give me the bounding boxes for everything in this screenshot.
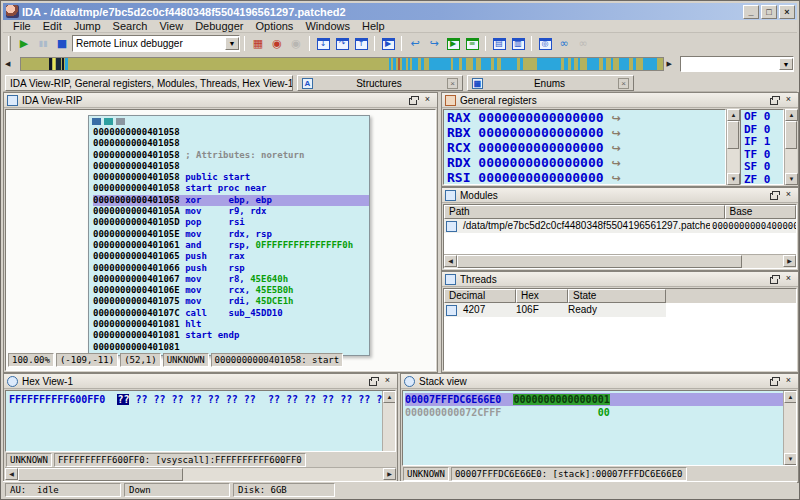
- process-exit-icon[interactable]: ≡: [463, 35, 481, 52]
- stack-vscrollbar[interactable]: ▲ ▼: [783, 391, 796, 465]
- disassembly-line[interactable]: 000000000040107C call sub_45DD10: [93, 308, 369, 319]
- scroll-down-icon[interactable]: ▼: [785, 173, 798, 185]
- menu-view[interactable]: View: [153, 20, 189, 32]
- disassembly-line[interactable]: 0000000000401066 push rsp: [93, 263, 369, 274]
- disassembly-line[interactable]: 000000000040105E mov rdx, rsp: [93, 229, 369, 240]
- disassembly-line[interactable]: 0000000000401081: [93, 342, 369, 353]
- modules-float-button[interactable]: [767, 189, 780, 201]
- threads-close-button[interactable]: ×: [782, 273, 795, 285]
- flag-row[interactable]: ZF 0: [744, 174, 783, 186]
- disassembly-line[interactable]: 0000000000401075 mov rdi, 45DCE1h: [93, 296, 369, 307]
- stack-view-titlebar[interactable]: Stack view ×: [401, 374, 798, 389]
- step-into-icon[interactable]: ↓: [314, 35, 332, 52]
- add-watch-icon[interactable]: ∞: [555, 35, 573, 52]
- threads-titlebar[interactable]: Threads ×: [442, 272, 798, 287]
- disassembly-line[interactable]: 0000000000401058: [93, 138, 369, 149]
- navigation-band[interactable]: [20, 57, 664, 71]
- tab-enums[interactable]: ▦Enums×: [467, 75, 634, 91]
- registers-titlebar[interactable]: General registers ×: [442, 93, 798, 108]
- maximize-button[interactable]: □: [761, 5, 777, 19]
- threads-column-decimal[interactable]: Decimal: [444, 289, 516, 303]
- attach-process-icon[interactable]: ▶: [444, 35, 462, 52]
- ida-view-titlebar[interactable]: IDA View-RIP ×: [4, 93, 437, 108]
- scroll-left-icon[interactable]: ◀: [5, 468, 18, 480]
- scroll-thumb[interactable]: [727, 121, 739, 149]
- mini-icon-1[interactable]: [92, 118, 101, 125]
- stop-process-icon[interactable]: ■: [53, 35, 71, 52]
- continue-process-icon[interactable]: ▶: [15, 35, 33, 52]
- register-row[interactable]: RDX 0000000000000000 ↪: [447, 156, 725, 171]
- disassembly-line[interactable]: 0000000000401067 mov r8, 45E640h: [93, 274, 369, 285]
- scroll-up-icon[interactable]: ▲: [727, 109, 740, 121]
- disassembly-line[interactable]: 0000000000401058 xor ebp, ebp: [93, 195, 369, 206]
- scroll-up-icon[interactable]: ▲: [383, 391, 396, 403]
- disassembly-line[interactable]: 000000000040106E mov rcx, 45E5B0h: [93, 285, 369, 296]
- flag-row[interactable]: IF 1: [744, 136, 783, 149]
- breakpoint-list-icon[interactable]: ▤: [490, 35, 508, 52]
- scroll-right-icon[interactable]: ▶: [783, 255, 796, 267]
- mini-icon-3[interactable]: [116, 118, 125, 125]
- modules-hscrollbar[interactable]: ◀ ▶: [444, 254, 796, 268]
- toolbar-grip[interactable]: [8, 36, 11, 51]
- stack-view-float-button[interactable]: [767, 375, 780, 387]
- step-over-icon[interactable]: ↷: [333, 35, 351, 52]
- menu-edit[interactable]: Edit: [37, 20, 68, 32]
- registers-float-button[interactable]: [767, 94, 780, 106]
- register-row[interactable]: RCX 0000000000000000 ↪: [447, 141, 725, 156]
- modules-column-path[interactable]: Path: [444, 205, 725, 219]
- run-to-cursor-icon[interactable]: ▶: [379, 35, 397, 52]
- stack-row[interactable]: 00007FFFDC6E66E0 0000000000000001: [405, 393, 783, 406]
- register-row[interactable]: RBX 0000000000000000 ↪: [447, 126, 725, 141]
- menu-search[interactable]: Search: [107, 20, 154, 32]
- ida-view-float-button[interactable]: [406, 94, 419, 106]
- threads-float-button[interactable]: [767, 273, 780, 285]
- disassembly-line[interactable]: 0000000000401058 ; Attributes: noreturn: [93, 150, 369, 161]
- register-row[interactable]: RAX 0000000000000000 ↪: [447, 111, 725, 126]
- registers-scrollbar[interactable]: ▲ ▼: [726, 109, 739, 185]
- disassembly-line[interactable]: 0000000000401061 and rsp, 0FFFFFFFFFFFFF…: [93, 240, 369, 251]
- disassembly-line[interactable]: 0000000000401058: [93, 127, 369, 138]
- name-combobox[interactable]: ▼: [680, 56, 794, 72]
- ida-view-close-button[interactable]: ×: [421, 94, 434, 106]
- close-button[interactable]: ×: [779, 5, 795, 19]
- hex-view-titlebar[interactable]: Hex View-1 ×: [4, 374, 397, 389]
- flag-row[interactable]: SF 0: [744, 161, 783, 174]
- scroll-thumb[interactable]: [457, 255, 742, 268]
- disassembly-line[interactable]: 0000000000401065 push rax: [93, 251, 369, 262]
- module-list-icon[interactable]: ▥: [509, 35, 527, 52]
- registers-close-button[interactable]: ×: [782, 94, 795, 106]
- hex-line[interactable]: FFFFFFFFFF600FF0 ?? ?? ?? ?? ?? ?? ?? ??…: [9, 393, 382, 406]
- add-breakpoint-icon[interactable]: ◉: [268, 35, 286, 52]
- tab-desktop[interactable]: IDA View-RIP, General registers, Modules…: [5, 75, 293, 91]
- menu-windows[interactable]: Windows: [299, 20, 356, 32]
- mini-icon-2[interactable]: [104, 118, 113, 125]
- menu-file[interactable]: File: [7, 20, 37, 32]
- module-row[interactable]: /data/tmp/e7bc5d2c0cf4480348f55041965612…: [444, 219, 796, 233]
- step-backward-icon[interactable]: ↩: [406, 35, 424, 52]
- menu-help[interactable]: Help: [356, 20, 391, 32]
- flag-row[interactable]: OF 0: [744, 111, 783, 124]
- register-row[interactable]: RSI 0000000000000000 ↪: [447, 171, 725, 185]
- disassembly-line[interactable]: 0000000000401058: [93, 161, 369, 172]
- step-forward-icon[interactable]: ↪: [425, 35, 443, 52]
- scroll-right-icon[interactable]: ▶: [383, 468, 396, 480]
- debugger-select[interactable]: Remote Linux debugger▼: [72, 35, 240, 52]
- disassembly-line[interactable]: 000000000040105A mov r9, rdx: [93, 206, 369, 217]
- hex-hscrollbar[interactable]: ◀ ▶: [5, 467, 396, 481]
- combo-dropdown-icon[interactable]: ▼: [225, 37, 239, 50]
- debugger-windows-icon[interactable]: ▦: [249, 35, 267, 52]
- tab-structures[interactable]: AStructures×: [297, 75, 463, 91]
- modules-close-button[interactable]: ×: [782, 189, 795, 201]
- scroll-up-icon[interactable]: ▲: [785, 109, 798, 121]
- scroll-down-icon[interactable]: ▼: [727, 173, 740, 185]
- disassembly-line[interactable]: 0000000000401058 start proc near: [93, 183, 369, 194]
- run-until-return-icon[interactable]: ↑: [352, 35, 370, 52]
- menu-jump[interactable]: Jump: [68, 20, 107, 32]
- scroll-thumb[interactable]: [18, 468, 183, 481]
- hex-dump-area[interactable]: FFFFFFFFFF600FF0 ?? ?? ?? ?? ?? ?? ?? ??…: [5, 390, 396, 452]
- minimize-button[interactable]: _: [743, 5, 759, 19]
- menu-options[interactable]: Options: [249, 20, 299, 32]
- disassembly-box[interactable]: 0000000000401058000000000040105800000000…: [88, 115, 370, 356]
- band-left-arrow-icon[interactable]: ◀: [5, 60, 10, 68]
- threads-column-state[interactable]: State: [568, 289, 666, 303]
